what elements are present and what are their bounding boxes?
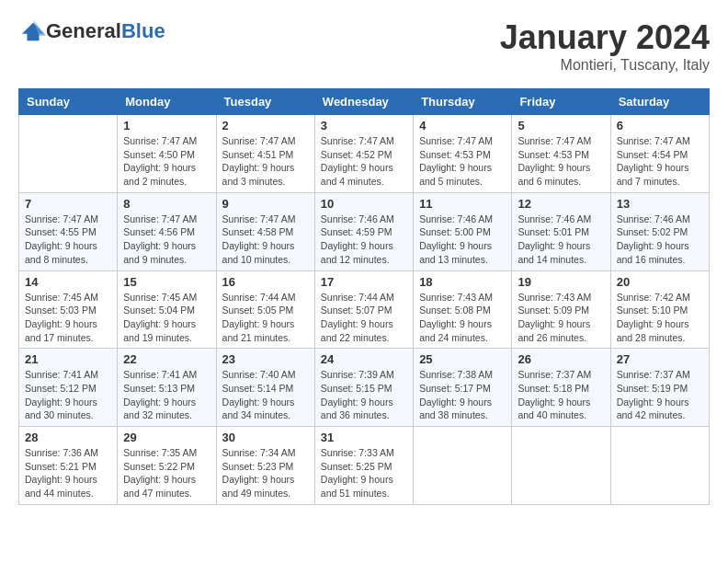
day-number: 25 bbox=[419, 352, 506, 366]
calendar-cell: 19Sunrise: 7:43 AMSunset: 5:09 PMDayligh… bbox=[512, 270, 610, 349]
day-number: 5 bbox=[518, 119, 604, 132]
week-row-5: 28Sunrise: 7:36 AMSunset: 5:21 PMDayligh… bbox=[19, 427, 710, 505]
day-info: Sunrise: 7:37 AMSunset: 5:19 PMDaylight:… bbox=[617, 368, 703, 422]
day-info: Sunrise: 7:44 AMSunset: 5:05 PMDaylight:… bbox=[222, 291, 309, 345]
day-number: 14 bbox=[25, 275, 111, 289]
day-number: 23 bbox=[222, 352, 309, 366]
day-number: 11 bbox=[419, 197, 506, 211]
day-number: 20 bbox=[617, 275, 703, 289]
logo-icon bbox=[20, 18, 46, 44]
day-info: Sunrise: 7:47 AMSunset: 4:51 PMDaylight:… bbox=[222, 134, 309, 189]
calendar-cell: 23Sunrise: 7:40 AMSunset: 5:14 PMDayligh… bbox=[216, 349, 314, 427]
day-number: 16 bbox=[222, 275, 309, 289]
day-info: Sunrise: 7:47 AMSunset: 4:50 PMDaylight:… bbox=[123, 134, 210, 189]
calendar-cell: 29Sunrise: 7:35 AMSunset: 5:22 PMDayligh… bbox=[118, 427, 216, 505]
calendar-table: Sunday Monday Tuesday Wednesday Thursday… bbox=[18, 88, 710, 505]
calendar-cell: 28Sunrise: 7:36 AMSunset: 5:21 PMDayligh… bbox=[19, 427, 118, 505]
day-info: Sunrise: 7:34 AMSunset: 5:23 PMDaylight:… bbox=[222, 446, 309, 500]
week-row-3: 14Sunrise: 7:45 AMSunset: 5:03 PMDayligh… bbox=[19, 270, 710, 349]
calendar-cell bbox=[414, 427, 512, 505]
day-info: Sunrise: 7:46 AMSunset: 5:01 PMDaylight:… bbox=[518, 213, 604, 267]
calendar-cell: 17Sunrise: 7:44 AMSunset: 5:07 PMDayligh… bbox=[314, 270, 413, 349]
calendar-cell: 12Sunrise: 7:46 AMSunset: 5:01 PMDayligh… bbox=[512, 192, 610, 270]
week-row-1: 1Sunrise: 7:47 AMSunset: 4:50 PMDaylight… bbox=[19, 115, 710, 193]
day-number: 18 bbox=[419, 275, 506, 289]
calendar-cell: 24Sunrise: 7:39 AMSunset: 5:15 PMDayligh… bbox=[314, 349, 413, 427]
calendar-cell: 3Sunrise: 7:47 AMSunset: 4:52 PMDaylight… bbox=[314, 115, 413, 193]
calendar-cell: 16Sunrise: 7:44 AMSunset: 5:05 PMDayligh… bbox=[216, 270, 314, 349]
day-info: Sunrise: 7:44 AMSunset: 5:07 PMDaylight:… bbox=[321, 291, 407, 345]
day-info: Sunrise: 7:41 AMSunset: 5:13 PMDaylight:… bbox=[123, 368, 210, 422]
calendar-cell: 18Sunrise: 7:43 AMSunset: 5:08 PMDayligh… bbox=[414, 270, 512, 349]
day-number: 9 bbox=[222, 197, 309, 211]
day-number: 3 bbox=[321, 119, 407, 132]
calendar-cell: 30Sunrise: 7:34 AMSunset: 5:23 PMDayligh… bbox=[216, 427, 314, 505]
title-area: January 2024 Montieri, Tuscany, Italy bbox=[500, 18, 710, 74]
day-info: Sunrise: 7:45 AMSunset: 5:04 PMDaylight:… bbox=[123, 291, 210, 345]
day-info: Sunrise: 7:46 AMSunset: 5:02 PMDaylight:… bbox=[617, 213, 703, 267]
calendar-title: January 2024 bbox=[500, 18, 710, 57]
day-info: Sunrise: 7:45 AMSunset: 5:03 PMDaylight:… bbox=[25, 291, 111, 345]
calendar-cell: 7Sunrise: 7:47 AMSunset: 4:55 PMDaylight… bbox=[19, 192, 118, 270]
calendar-cell: 31Sunrise: 7:33 AMSunset: 5:25 PMDayligh… bbox=[314, 427, 413, 505]
day-number: 6 bbox=[617, 119, 703, 132]
day-number: 12 bbox=[518, 197, 604, 211]
day-number: 13 bbox=[617, 197, 703, 211]
day-info: Sunrise: 7:47 AMSunset: 4:56 PMDaylight:… bbox=[123, 213, 210, 267]
calendar-cell: 25Sunrise: 7:38 AMSunset: 5:17 PMDayligh… bbox=[414, 349, 512, 427]
calendar-subtitle: Montieri, Tuscany, Italy bbox=[500, 57, 710, 74]
day-number: 26 bbox=[518, 352, 604, 366]
day-info: Sunrise: 7:42 AMSunset: 5:10 PMDaylight:… bbox=[617, 291, 703, 345]
col-tuesday: Tuesday bbox=[216, 89, 314, 115]
day-info: Sunrise: 7:47 AMSunset: 4:53 PMDaylight:… bbox=[419, 134, 506, 189]
col-monday: Monday bbox=[118, 89, 216, 115]
calendar-cell: 4Sunrise: 7:47 AMSunset: 4:53 PMDaylight… bbox=[414, 115, 512, 193]
week-row-4: 21Sunrise: 7:41 AMSunset: 5:12 PMDayligh… bbox=[19, 349, 710, 427]
calendar-cell: 10Sunrise: 7:46 AMSunset: 4:59 PMDayligh… bbox=[314, 192, 413, 270]
day-info: Sunrise: 7:43 AMSunset: 5:09 PMDaylight:… bbox=[518, 291, 604, 345]
calendar-cell: 22Sunrise: 7:41 AMSunset: 5:13 PMDayligh… bbox=[118, 349, 216, 427]
day-info: Sunrise: 7:36 AMSunset: 5:21 PMDaylight:… bbox=[25, 446, 111, 500]
calendar-cell: 2Sunrise: 7:47 AMSunset: 4:51 PMDaylight… bbox=[216, 115, 314, 193]
page-header: GeneralBlue January 2024 Montieri, Tusca… bbox=[18, 18, 710, 74]
calendar-cell: 1Sunrise: 7:47 AMSunset: 4:50 PMDaylight… bbox=[118, 115, 216, 193]
col-saturday: Saturday bbox=[610, 89, 709, 115]
day-info: Sunrise: 7:46 AMSunset: 5:00 PMDaylight:… bbox=[419, 213, 506, 267]
day-info: Sunrise: 7:39 AMSunset: 5:15 PMDaylight:… bbox=[321, 368, 407, 422]
day-info: Sunrise: 7:47 AMSunset: 4:54 PMDaylight:… bbox=[617, 134, 703, 189]
day-info: Sunrise: 7:47 AMSunset: 4:55 PMDaylight:… bbox=[25, 213, 111, 267]
day-info: Sunrise: 7:40 AMSunset: 5:14 PMDaylight:… bbox=[222, 368, 309, 422]
day-info: Sunrise: 7:33 AMSunset: 5:25 PMDaylight:… bbox=[321, 446, 407, 500]
calendar-cell: 6Sunrise: 7:47 AMSunset: 4:54 PMDaylight… bbox=[610, 115, 709, 193]
logo-text-blue: Blue bbox=[121, 19, 165, 42]
calendar-cell: 27Sunrise: 7:37 AMSunset: 5:19 PMDayligh… bbox=[610, 349, 709, 427]
day-number: 21 bbox=[25, 352, 111, 366]
day-info: Sunrise: 7:38 AMSunset: 5:17 PMDaylight:… bbox=[419, 368, 506, 422]
calendar-cell: 9Sunrise: 7:47 AMSunset: 4:58 PMDaylight… bbox=[216, 192, 314, 270]
day-info: Sunrise: 7:47 AMSunset: 4:58 PMDaylight:… bbox=[222, 213, 309, 267]
day-number: 28 bbox=[25, 431, 111, 444]
col-wednesday: Wednesday bbox=[314, 89, 413, 115]
calendar-cell: 14Sunrise: 7:45 AMSunset: 5:03 PMDayligh… bbox=[19, 270, 118, 349]
day-info: Sunrise: 7:43 AMSunset: 5:08 PMDaylight:… bbox=[419, 291, 506, 345]
day-info: Sunrise: 7:47 AMSunset: 4:52 PMDaylight:… bbox=[321, 134, 407, 189]
calendar-cell bbox=[512, 427, 610, 505]
logo: GeneralBlue bbox=[18, 18, 165, 44]
day-number: 27 bbox=[617, 352, 703, 366]
header-row: Sunday Monday Tuesday Wednesday Thursday… bbox=[19, 89, 710, 115]
day-info: Sunrise: 7:46 AMSunset: 4:59 PMDaylight:… bbox=[321, 213, 407, 267]
calendar-cell: 8Sunrise: 7:47 AMSunset: 4:56 PMDaylight… bbox=[118, 192, 216, 270]
calendar-cell bbox=[19, 115, 118, 193]
calendar-cell: 5Sunrise: 7:47 AMSunset: 4:53 PMDaylight… bbox=[512, 115, 610, 193]
col-sunday: Sunday bbox=[19, 89, 118, 115]
week-row-2: 7Sunrise: 7:47 AMSunset: 4:55 PMDaylight… bbox=[19, 192, 710, 270]
logo-text-general: General bbox=[46, 19, 121, 42]
calendar-cell: 15Sunrise: 7:45 AMSunset: 5:04 PMDayligh… bbox=[118, 270, 216, 349]
day-info: Sunrise: 7:37 AMSunset: 5:18 PMDaylight:… bbox=[518, 368, 604, 422]
calendar-cell: 13Sunrise: 7:46 AMSunset: 5:02 PMDayligh… bbox=[610, 192, 709, 270]
day-number: 19 bbox=[518, 275, 604, 289]
day-info: Sunrise: 7:47 AMSunset: 4:53 PMDaylight:… bbox=[518, 134, 604, 189]
col-thursday: Thursday bbox=[414, 89, 512, 115]
day-number: 17 bbox=[321, 275, 407, 289]
day-number: 22 bbox=[123, 352, 210, 366]
